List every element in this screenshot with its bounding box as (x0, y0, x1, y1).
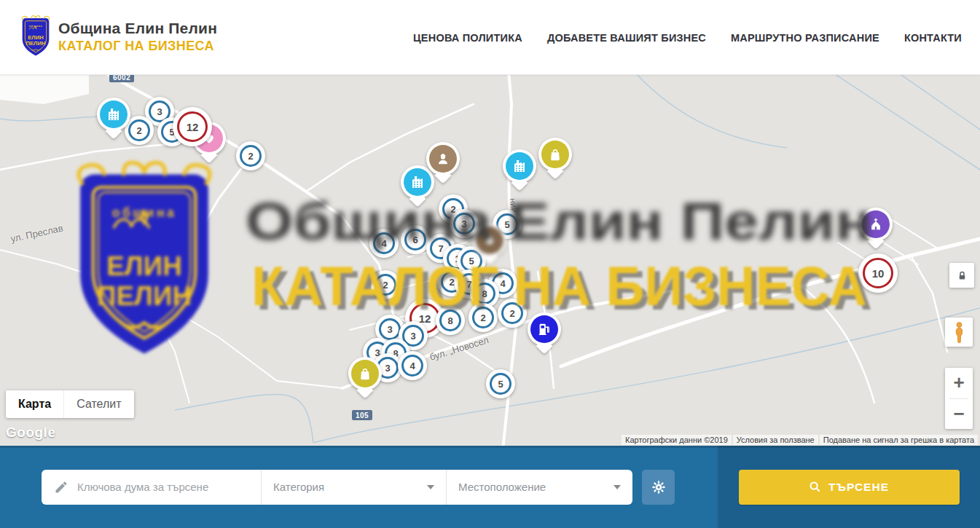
map-cluster-marker[interactable]: 4 (398, 351, 427, 380)
lock-icon (957, 270, 968, 281)
factory-icon (404, 168, 431, 196)
search-fields-panel: Категория Местоположение (0, 446, 718, 528)
map-markers-layer: 325122235647152274812822333834510 (0, 75, 980, 446)
map-poi-marker-church[interactable] (859, 208, 893, 241)
map-cluster-marker[interactable]: 8 (436, 306, 465, 335)
zoom-control: + − (945, 368, 973, 429)
location-select-value: Местоположение (458, 481, 546, 493)
map-poi-marker-factory[interactable] (97, 98, 130, 131)
shopping-bag-icon (541, 141, 569, 168)
pegman-button[interactable] (945, 318, 973, 347)
search-icon (809, 481, 821, 493)
map-data-notice: Картографски данни ©2019 (622, 435, 732, 445)
worker-icon (429, 145, 457, 173)
search-bar: Категория Местоположение (0, 446, 980, 528)
map-type-control: Карта Сателит (6, 390, 134, 418)
keyword-input[interactable] (77, 481, 245, 493)
factory-icon (100, 101, 128, 128)
nav-item-contacts[interactable]: КОНТАКТИ (904, 32, 962, 44)
search-button[interactable]: ТЪРСЕНЕ (739, 470, 960, 505)
category-select[interactable]: Категория (261, 470, 446, 505)
chevron-down-icon (427, 485, 434, 489)
chevron-down-icon (614, 485, 621, 489)
header: община ЕЛИН ПЕЛИН Община Елин Пелин КАТА… (0, 0, 980, 75)
map-poi-marker-fuel[interactable] (528, 312, 561, 346)
map-cluster-marker[interactable]: 12 (173, 107, 212, 146)
site-subtitle: КАТАЛОГ НА БИЗНЕСА (58, 39, 217, 54)
factory-icon (506, 152, 533, 180)
pegman-icon (952, 321, 966, 344)
map-attribution: Картографски данни ©2019 Условия за полз… (622, 435, 978, 445)
keyword-field[interactable] (42, 470, 261, 505)
flame-icon (476, 226, 503, 254)
map-cluster-marker[interactable]: 4 (369, 229, 399, 258)
map-canvas[interactable]: 6002 105 ул. Преслав бул. „Новосел ний 3… (0, 75, 980, 446)
brand[interactable]: община ЕЛИН ПЕЛИН Община Елин Пелин КАТА… (20, 13, 217, 60)
report-error-link[interactable]: Подаване на сигнал за грешка в картата (820, 435, 978, 445)
category-select-value: Категория (273, 481, 324, 493)
map-type-map-button[interactable]: Карта (6, 390, 63, 418)
search-input-group: Категория Местоположение (42, 470, 632, 505)
zoom-out-button[interactable]: − (945, 399, 973, 430)
map-cluster-marker[interactable]: 5 (486, 369, 515, 398)
google-logo[interactable]: Google (6, 425, 55, 441)
main-nav: ЦЕНОВА ПОЛИТИКА ДОБАВЕТЕ ВАШИЯТ БИЗНЕС М… (413, 0, 962, 75)
municipality-logo: община ЕЛИН ПЕЛИН (20, 13, 52, 60)
logo-line3: ПЕЛИН (26, 40, 46, 47)
zoom-in-button[interactable]: + (945, 368, 973, 398)
map-cluster-marker[interactable]: 2 (498, 299, 527, 328)
map-poi-marker-shopping-bag[interactable] (538, 138, 572, 171)
search-button-label: ТЪРСЕНЕ (828, 481, 889, 494)
terms-link[interactable]: Условия за ползване (733, 435, 818, 445)
advanced-settings-button[interactable] (642, 470, 675, 505)
lock-button[interactable] (949, 263, 974, 288)
shopping-bag-icon (351, 360, 379, 387)
nav-item-pricing[interactable]: ЦЕНОВА ПОЛИТИКА (413, 32, 522, 44)
search-action-panel: ТЪРСЕНЕ (718, 446, 980, 528)
site-title: Община Елин Пелин (58, 20, 217, 37)
map-cluster-marker[interactable]: 2 (236, 141, 265, 170)
map-type-satellite-button[interactable]: Сателит (63, 390, 133, 418)
map-cluster-marker[interactable]: 10 (858, 253, 898, 293)
map-poi-marker-shopping-bag[interactable] (348, 357, 382, 390)
logo-line2: ЕЛИН (28, 34, 44, 41)
map-cluster-marker[interactable]: 6 (401, 225, 430, 254)
church-icon (862, 210, 890, 238)
map-poi-marker-worker[interactable] (426, 142, 460, 176)
nav-item-route-schedule[interactable]: МАРШРУТНО РАЗПИСАНИЕ (731, 32, 879, 44)
pencil-icon (54, 480, 68, 494)
map-cluster-marker[interactable]: 2 (371, 270, 400, 299)
gear-icon (651, 479, 667, 495)
location-select[interactable]: Местоположение (446, 470, 632, 505)
fuel-icon (530, 315, 558, 343)
map-cluster-marker[interactable]: 2 (469, 303, 498, 332)
map-poi-marker-flame[interactable] (473, 224, 506, 257)
map-poi-marker-factory[interactable] (401, 165, 434, 199)
nav-item-add-business[interactable]: ДОБАВЕТЕ ВАШИЯТ БИЗНЕС (547, 32, 706, 44)
map-poi-marker-factory[interactable] (503, 149, 536, 183)
